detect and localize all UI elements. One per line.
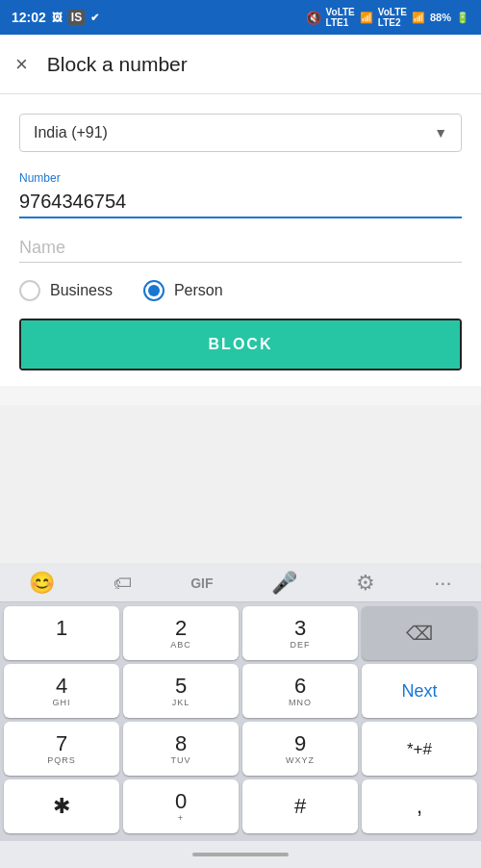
backspace-key[interactable]: ⌫: [362, 606, 477, 660]
radio-business-button[interactable]: [19, 280, 40, 301]
country-dropdown[interactable]: India (+91) ▼: [19, 114, 462, 152]
bottom-bar: [0, 841, 481, 868]
key-0[interactable]: 0 +: [123, 779, 239, 833]
block-button-wrapper: BLOCK: [19, 319, 462, 370]
close-button[interactable]: ×: [15, 54, 28, 75]
key-hash[interactable]: #: [242, 779, 358, 833]
main-content: India (+91) ▼ Number Business Person BLO…: [0, 94, 481, 386]
keyboard-toolbar: 😊 🏷 GIF 🎤 ⚙ ···: [0, 563, 481, 602]
battery-icon: 🔋: [456, 12, 469, 24]
settings-icon[interactable]: ⚙: [356, 571, 375, 596]
name-input[interactable]: [19, 234, 462, 263]
key-1[interactable]: 1: [4, 606, 119, 660]
key-star[interactable]: ✱: [4, 779, 119, 833]
country-label: India (+91): [34, 124, 108, 141]
gif-button[interactable]: GIF: [190, 575, 213, 591]
gray-separator: [0, 386, 481, 405]
signal-icon: 📶: [360, 12, 373, 24]
emoji-icon[interactable]: 😊: [29, 571, 55, 596]
title-bar: × Block a number: [0, 35, 481, 94]
radio-person[interactable]: Person: [143, 280, 223, 301]
sticker-icon[interactable]: 🏷: [114, 573, 132, 594]
key-row-4: ✱ 0 + # ,: [4, 779, 477, 833]
key-comma[interactable]: ,: [362, 779, 477, 833]
volte-lte-icon: VoLTELTE1: [326, 7, 355, 28]
page-title: Block a number: [47, 53, 188, 76]
mute-icon: 🔇: [306, 11, 321, 25]
battery-text: 88%: [430, 12, 451, 23]
check-icon: ✔: [90, 12, 99, 24]
key-row-1: 1 2 ABC 3 DEF ⌫: [4, 606, 477, 660]
key-2[interactable]: 2 ABC: [123, 606, 239, 660]
backspace-icon: ⌫: [406, 622, 433, 645]
key-8[interactable]: 8 TUV: [123, 722, 239, 776]
radio-business-label: Business: [50, 282, 113, 299]
next-label: Next: [401, 681, 437, 702]
status-time: 12:02: [12, 10, 46, 25]
key-9[interactable]: 9 WXYZ: [242, 722, 358, 776]
next-key[interactable]: Next: [362, 664, 477, 718]
radio-person-label: Person: [174, 282, 223, 299]
number-field-label: Number: [19, 171, 462, 185]
key-row-3: 7 PQRS 8 TUV 9 WXYZ *+#: [4, 722, 477, 776]
block-button[interactable]: BLOCK: [21, 320, 460, 369]
volte2-icon: VoLTELTE2: [378, 7, 407, 28]
is-icon: IS: [68, 10, 85, 25]
more-icon[interactable]: ···: [434, 571, 451, 596]
radio-person-button[interactable]: [143, 280, 165, 301]
key-rows: 1 2 ABC 3 DEF ⌫ 4 GHI 5 JKL: [0, 602, 481, 841]
status-bar: 12:02 🖼 IS ✔ 🔇 VoLTELTE1 📶 VoLTELTE2 📶 8…: [0, 0, 481, 35]
signal2-icon: 📶: [412, 12, 425, 24]
key-3[interactable]: 3 DEF: [242, 606, 358, 660]
number-field-group: Number: [19, 171, 462, 218]
mic-icon[interactable]: 🎤: [271, 571, 297, 596]
name-field-group: [19, 234, 462, 263]
status-left: 12:02 🖼 IS ✔: [12, 10, 99, 25]
number-input[interactable]: [19, 187, 462, 218]
key-star-plus-hash[interactable]: *+#: [362, 722, 477, 776]
key-6[interactable]: 6 MNO: [242, 664, 358, 718]
key-row-2: 4 GHI 5 JKL 6 MNO Next: [4, 664, 477, 718]
key-5[interactable]: 5 JKL: [123, 664, 239, 718]
key-7[interactable]: 7 PQRS: [4, 722, 119, 776]
image-icon: 🖼: [52, 12, 63, 23]
bottom-handle: [192, 853, 289, 856]
key-4[interactable]: 4 GHI: [4, 664, 119, 718]
radio-group: Business Person: [19, 280, 462, 301]
radio-person-dot: [148, 285, 160, 296]
status-right: 🔇 VoLTELTE1 📶 VoLTELTE2 📶 88% 🔋: [306, 7, 469, 28]
keyboard: 😊 🏷 GIF 🎤 ⚙ ··· 1 2 ABC 3 DEF ⌫: [0, 563, 481, 868]
chevron-down-icon: ▼: [434, 125, 447, 140]
radio-business[interactable]: Business: [19, 280, 113, 301]
